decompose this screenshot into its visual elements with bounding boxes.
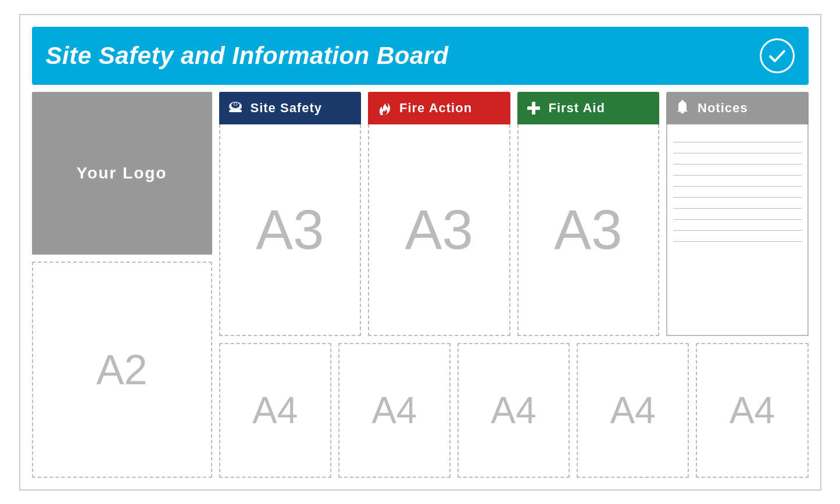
notice-line-8 — [673, 219, 802, 220]
first-aid-label: First Aid — [549, 101, 605, 116]
svg-point-4 — [234, 102, 237, 105]
a4-label-2: A4 — [371, 389, 417, 432]
board-outer: Site Safety and Information Board Your L… — [19, 14, 821, 491]
fire-action-header: Fire Action — [368, 92, 510, 124]
checkmark-badge — [760, 38, 795, 73]
notice-line-1 — [673, 142, 802, 142]
notice-line-5 — [673, 186, 802, 187]
a4-box-2: A4 — [338, 343, 451, 478]
a2-label: A2 — [96, 346, 147, 394]
fire-action-label: Fire Action — [399, 101, 472, 116]
svg-rect-1 — [229, 110, 242, 112]
fire-action-body: A3 — [368, 124, 510, 336]
first-aid-body: A3 — [517, 124, 660, 336]
notice-line-2 — [673, 153, 802, 153]
a4-box-1: A4 — [219, 343, 331, 478]
a4-box-3: A4 — [457, 343, 570, 478]
svg-rect-6 — [527, 106, 540, 110]
notice-line-3 — [673, 164, 802, 165]
notice-line-9 — [673, 230, 802, 231]
notices-header: Notices — [666, 92, 809, 124]
a4-box-5: A4 — [696, 343, 808, 478]
main-content: Your Logo A2 — [32, 92, 809, 478]
bell-icon — [673, 99, 692, 117]
notices-body — [666, 124, 809, 336]
header-bar: Site Safety and Information Board — [32, 27, 809, 85]
site-safety-label: Site Safety — [251, 101, 323, 116]
svg-rect-7 — [681, 112, 684, 113]
notice-line-10 — [673, 241, 802, 242]
notice-line-7 — [673, 208, 802, 209]
bottom-row: A4 A4 A4 A4 A4 — [219, 343, 809, 478]
fire-icon — [375, 99, 394, 117]
first-aid-size: A3 — [554, 198, 622, 262]
logo-box: Your Logo — [32, 92, 212, 255]
a4-label-5: A4 — [730, 389, 775, 432]
logo-text: Your Logo — [77, 164, 167, 183]
a4-label-1: A4 — [252, 389, 298, 432]
site-safety-body: A3 — [219, 124, 362, 336]
site-safety-header: Site Safety — [219, 92, 362, 124]
section-site-safety: Site Safety A3 — [219, 92, 362, 336]
right-area: Site Safety A3 — [219, 92, 809, 478]
checkmark-icon — [767, 45, 788, 66]
left-column: Your Logo A2 — [32, 92, 212, 478]
cross-icon — [524, 99, 543, 117]
first-aid-header: First Aid — [517, 92, 660, 124]
a4-box-4: A4 — [577, 343, 689, 478]
fire-action-size: A3 — [405, 198, 473, 262]
top-row: Site Safety A3 — [219, 92, 809, 336]
svg-rect-8 — [681, 100, 684, 102]
header-title: Site Safety and Information Board — [46, 42, 449, 70]
a4-label-3: A4 — [491, 389, 536, 432]
notice-line-4 — [673, 175, 802, 176]
notices-label: Notices — [698, 101, 748, 116]
section-fire-action: Fire Action A3 — [368, 92, 510, 336]
hardhat-icon — [226, 99, 245, 117]
section-notices: Notices — [666, 92, 809, 336]
a4-label-4: A4 — [610, 389, 656, 432]
site-safety-size: A3 — [256, 198, 324, 262]
notice-line-6 — [673, 197, 802, 198]
section-first-aid: First Aid A3 — [517, 92, 660, 336]
a2-placeholder: A2 — [32, 262, 212, 478]
